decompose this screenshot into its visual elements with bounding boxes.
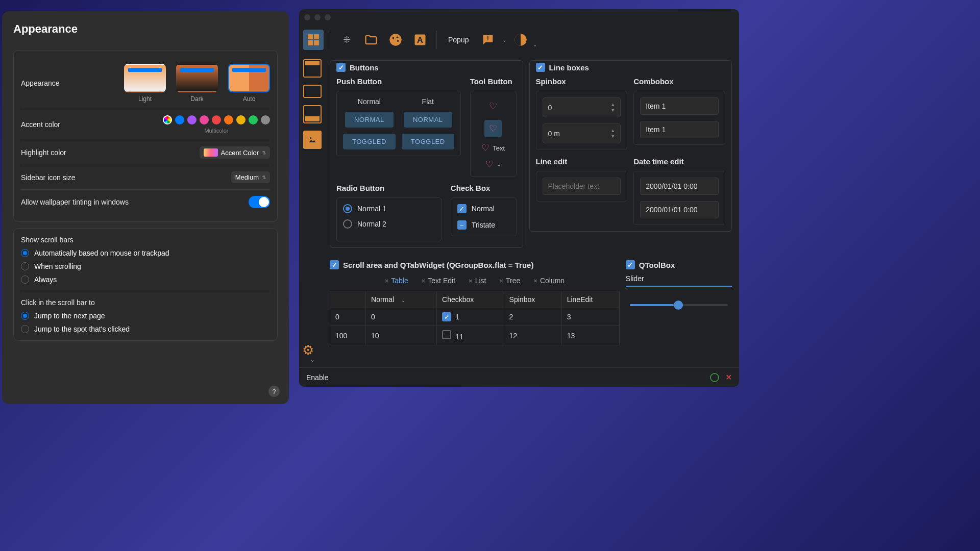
close-icon[interactable]: × xyxy=(469,277,473,285)
lineedit-input[interactable] xyxy=(543,178,621,195)
palette-icon[interactable] xyxy=(385,30,406,50)
panel-layout-icon[interactable] xyxy=(303,59,322,78)
swatch-yellow[interactable] xyxy=(236,115,246,124)
chevron-down-icon[interactable]: ⌄ xyxy=(502,37,506,43)
cell-lineedit[interactable]: 3 xyxy=(561,308,619,326)
datetime-2[interactable]: 2000/01/01 0:00 xyxy=(640,201,719,218)
checkbox-icon[interactable] xyxy=(442,330,451,339)
toggled-flat-button[interactable]: TOGGLED xyxy=(402,134,454,149)
tool-button-title: Tool Button xyxy=(470,77,517,86)
heart-tool-active[interactable]: ♡ xyxy=(484,120,502,137)
swatch-multicolor[interactable] xyxy=(163,115,172,124)
cell-spinbox[interactable]: 12 xyxy=(504,326,561,345)
heart-tool[interactable]: ♡ xyxy=(484,97,502,115)
scroll-opt-scrolling[interactable]: When scrolling xyxy=(21,262,270,270)
tab-list[interactable]: ×List xyxy=(465,274,489,287)
normal-flat-button[interactable]: NORMAL xyxy=(404,112,452,128)
swatch-purple[interactable] xyxy=(187,115,197,124)
close-icon[interactable]: × xyxy=(533,277,537,285)
scroll-checkbox[interactable]: ✓ xyxy=(330,260,339,269)
theme-light[interactable]: Light xyxy=(124,64,166,103)
heart-dropdown-tool[interactable]: ♡⌄ xyxy=(485,159,501,170)
bottom-panel-icon[interactable] xyxy=(303,105,322,123)
swatch-blue[interactable] xyxy=(175,115,184,124)
theme-dark[interactable]: Dark xyxy=(176,64,218,103)
swatch-gray[interactable] xyxy=(261,115,270,124)
checkbox-tristate[interactable]: −Tristate xyxy=(457,220,510,230)
swatch-pink[interactable] xyxy=(200,115,209,124)
toolbox-checkbox[interactable]: ✓ xyxy=(626,260,635,269)
font-icon[interactable]: A xyxy=(410,30,430,50)
grid-tool-icon[interactable] xyxy=(303,30,324,50)
gear-icon[interactable]: ⚙ xyxy=(302,342,314,358)
tool-button-box: ♡ ♡ ♡Text ♡⌄ xyxy=(470,91,517,177)
close-icon[interactable]: ✕ xyxy=(725,372,732,382)
lineboxes-checkbox[interactable]: ✓ xyxy=(536,63,545,72)
spinbox-2[interactable]: 0 m▲▼ xyxy=(543,123,621,143)
cell-lineedit[interactable]: 13 xyxy=(561,326,619,345)
checkbox-icon[interactable]: ✓ xyxy=(442,312,451,321)
appearance-card: Appearance Light Dark Auto Accent color xyxy=(13,50,278,222)
folder-icon[interactable] xyxy=(361,30,381,50)
swatch-green[interactable] xyxy=(249,115,258,124)
close-icon[interactable]: × xyxy=(422,277,426,285)
rect-icon[interactable] xyxy=(303,85,322,98)
move-icon[interactable]: ⁜ xyxy=(336,30,357,50)
cell-spinbox[interactable]: 2 xyxy=(504,308,561,326)
image-icon[interactable] xyxy=(303,131,322,149)
side-toolbar xyxy=(299,54,326,367)
theme-auto-label: Auto xyxy=(243,95,256,103)
checkbox-normal[interactable]: ✓Normal xyxy=(457,204,510,213)
wallpaper-tint-toggle[interactable] xyxy=(249,196,270,208)
scroll-opt-always[interactable]: Always xyxy=(21,276,270,284)
cell-checkbox[interactable]: 11 xyxy=(437,326,504,345)
message-icon[interactable]: ! xyxy=(478,30,498,50)
qtoolbox-section: ✓ QToolBox Slider xyxy=(626,260,732,345)
cell-normal[interactable]: 10 xyxy=(366,326,437,345)
swatch-red[interactable] xyxy=(212,115,221,124)
buttons-group-title: Buttons xyxy=(350,63,379,72)
cell-checkbox[interactable]: ✓1 xyxy=(437,308,504,326)
help-button[interactable]: ? xyxy=(268,386,280,397)
heart-text-tool[interactable]: ♡Text xyxy=(481,142,505,154)
close-dot[interactable] xyxy=(304,14,310,20)
normal-button[interactable]: NORMAL xyxy=(345,112,394,128)
datetime-1[interactable]: 2000/01/01 0:00 xyxy=(640,178,719,195)
combobox-1[interactable]: Item 1 xyxy=(640,97,719,115)
lineedit-field[interactable] xyxy=(548,182,616,190)
tab-tree[interactable]: ×Tree xyxy=(496,274,523,287)
maximize-dot[interactable] xyxy=(325,14,331,20)
minimize-dot[interactable] xyxy=(314,14,321,20)
th-checkbox: Checkbox xyxy=(437,291,504,308)
swatch-orange[interactable] xyxy=(224,115,233,124)
buttons-group-checkbox[interactable]: ✓ xyxy=(336,63,346,72)
cell-normal[interactable]: 0 xyxy=(366,308,437,326)
click-opt-next[interactable]: Jump to the next page xyxy=(21,312,270,320)
toggled-button[interactable]: TOGGLED xyxy=(343,134,396,149)
theme-auto[interactable]: Auto xyxy=(228,64,270,103)
radio-normal2[interactable]: Normal 2 xyxy=(343,219,435,229)
scroll-opt-auto[interactable]: Automatically based on mouse or trackpad xyxy=(21,249,270,257)
tab-column[interactable]: ×Column xyxy=(530,274,568,287)
tab-table[interactable]: ×Table xyxy=(382,274,411,287)
highlight-value: Accent Color xyxy=(221,149,259,157)
toolbar: ⁜ A Popup ! ⌄ ⌄ xyxy=(299,26,739,54)
combobox-2[interactable]: Item 1 xyxy=(640,121,719,138)
click-opt-spot[interactable]: Jump to the spot that's clicked xyxy=(21,325,270,333)
popup-combo[interactable]: Popup xyxy=(443,33,474,47)
close-icon[interactable]: × xyxy=(385,277,389,285)
ok-icon[interactable] xyxy=(710,373,719,382)
highlight-select[interactable]: Accent Color xyxy=(200,146,270,159)
contrast-icon[interactable] xyxy=(510,30,531,50)
close-icon[interactable]: × xyxy=(499,277,503,285)
slider[interactable] xyxy=(630,304,728,306)
radio-normal1[interactable]: Normal 1 xyxy=(343,204,435,213)
chevron-down-icon[interactable]: ⌄ xyxy=(533,42,537,47)
slider-thumb[interactable] xyxy=(674,300,683,310)
tab-textedit[interactable]: ×Text Edit xyxy=(419,274,458,287)
spinbox-1[interactable]: 0▲▼ xyxy=(543,97,621,117)
scrollbars-card: Show scroll bars Automatically based on … xyxy=(13,228,278,341)
combobox-title: Combobox xyxy=(633,77,725,86)
th-normal[interactable]: Normal ⌄ xyxy=(366,291,437,308)
sidebar-icon-select[interactable]: Medium xyxy=(231,171,270,183)
